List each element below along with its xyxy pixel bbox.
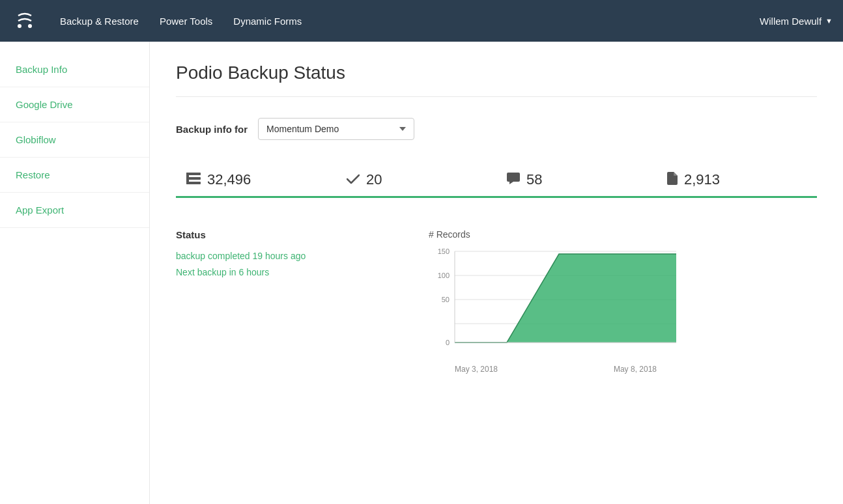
- page-title: Podio Backup Status: [176, 63, 817, 97]
- svg-marker-16: [455, 254, 676, 343]
- bottom-section: Status backup completed 19 hours ago Nex…: [176, 229, 817, 374]
- chart-x-labels: May 3, 2018 May 8, 2018: [429, 365, 683, 374]
- stat-files-value: 2,913: [684, 171, 720, 188]
- stat-files: 2,913: [657, 163, 817, 198]
- username-label: Willem Dewulf: [760, 16, 822, 27]
- backup-info-row: Backup info for Momentum Demo: [176, 118, 817, 140]
- stat-tasks-value: 20: [366, 171, 382, 188]
- svg-text:150: 150: [438, 247, 450, 255]
- nav-backup-restore[interactable]: Backup & Restore: [60, 16, 139, 27]
- sidebar-item-restore[interactable]: Restore: [0, 158, 149, 193]
- backup-info-label: Backup info for: [176, 124, 248, 135]
- nav-dynamic-forms[interactable]: Dynamic Forms: [233, 16, 302, 27]
- sidebar-item-backup-info[interactable]: Backup Info: [0, 52, 149, 87]
- stat-tasks: 20: [336, 163, 496, 198]
- svg-rect-6: [507, 173, 520, 182]
- file-icon: [667, 172, 678, 188]
- sidebar: Backup Info Google Drive Globiflow Resto…: [0, 42, 150, 504]
- stat-records-value: 32,496: [207, 171, 251, 188]
- sidebar-item-globiflow[interactable]: Globiflow: [0, 122, 149, 158]
- status-section: Status backup completed 19 hours ago Nex…: [176, 229, 397, 281]
- user-chevron-icon: ▼: [825, 17, 833, 25]
- svg-point-1: [28, 24, 32, 28]
- stat-comments: 58: [496, 163, 657, 198]
- svg-text:0: 0: [446, 339, 450, 346]
- navbar: Backup & Restore Power Tools Dynamic For…: [0, 0, 843, 42]
- chart-title: # Records: [429, 229, 817, 240]
- stats-row: 32,496 20: [176, 163, 817, 198]
- records-chart: 150 100 50 0: [429, 245, 683, 362]
- status-line-2: Next backup in 6 hours: [176, 264, 397, 281]
- chart-section: # Records 150 100 50 0: [429, 229, 817, 374]
- svg-point-0: [18, 24, 21, 28]
- backup-org-select[interactable]: Momentum Demo: [258, 118, 414, 140]
- nav-power-tools[interactable]: Power Tools: [160, 16, 212, 27]
- app-logo: [10, 7, 39, 35]
- page-layout: Backup Info Google Drive Globiflow Resto…: [0, 42, 843, 504]
- svg-text:50: 50: [442, 296, 450, 303]
- svg-text:100: 100: [438, 272, 450, 279]
- status-title: Status: [176, 229, 397, 240]
- main-content: Podio Backup Status Backup info for Mome…: [150, 42, 843, 504]
- stat-records: 32,496: [176, 163, 336, 198]
- sidebar-item-app-export[interactable]: App Export: [0, 193, 149, 228]
- comment-icon: [507, 173, 520, 188]
- status-line-1: backup completed 19 hours ago: [176, 248, 397, 264]
- sidebar-item-google-drive[interactable]: Google Drive: [0, 87, 149, 122]
- svg-rect-5: [186, 173, 189, 184]
- navbar-links: Backup & Restore Power Tools Dynamic For…: [60, 16, 739, 27]
- stat-comments-value: 58: [526, 171, 542, 188]
- chart-x-label-end: May 8, 2018: [614, 365, 657, 374]
- chart-x-label-start: May 3, 2018: [455, 365, 498, 374]
- table-icon: [186, 173, 201, 188]
- check-icon: [347, 173, 360, 188]
- user-menu[interactable]: Willem Dewulf ▼: [760, 16, 833, 27]
